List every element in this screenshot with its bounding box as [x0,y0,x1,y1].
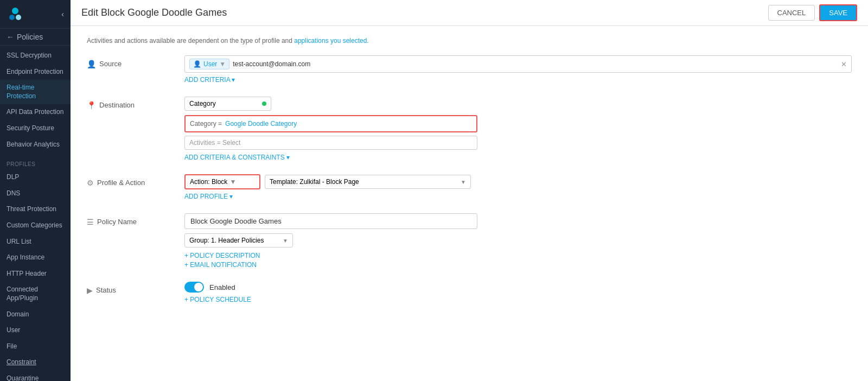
sidebar-item-dlp[interactable]: DLP [0,169,71,186]
group-dropdown[interactable]: Group: 1. Header Policies ▼ [184,233,293,247]
profile-action-section: ⚙ Profile & Action Action: Block ▼ Templ… [87,174,852,200]
profiles-section: PROFILES DLP DNS Threat Protection Custo… [0,155,71,381]
destination-content: Category Category = Google Doodle Catego… [184,97,852,161]
group-arrow-icon: ▼ [283,238,288,244]
add-profile-label: ADD PROFILE ▾ [184,193,233,200]
page-title: Edit Block Google Doodle Games [81,7,227,18]
save-button[interactable]: SAVE [819,4,857,21]
action-dropdown[interactable]: Action: Block ▼ [184,174,260,189]
sidebar-item-custom-categories[interactable]: Custom Categories [0,218,71,234]
activities-placeholder: Activities = Select [189,139,240,147]
policy-name-label: ☰ Policy Name [87,213,184,269]
policy-links: + POLICY DESCRIPTION + EMAIL NOTIFICATIO… [184,252,852,269]
sidebar-item-user[interactable]: User [0,322,71,339]
status-content: Enabled + POLICY SCHEDULE [184,282,852,303]
sidebar-item-connected-app-plugin[interactable]: Connected App/Plugin [0,282,71,306]
add-criteria-constraints-label: ADD CRITERIA & CONSTRAINTS ▾ [184,154,290,161]
source-field[interactable]: 👤 User ▼ test-account@domain.com ✕ [184,55,852,73]
source-text: Source [99,60,122,68]
back-label: Policies [17,33,43,41]
policy-name-text: Policy Name [97,218,137,226]
sidebar-item-file[interactable]: File [0,339,71,355]
topbar-actions: CANCEL SAVE [768,4,857,21]
profile-action-icon: ⚙ [87,179,94,187]
status-text: Status [96,286,116,294]
source-section: 👤 Source 👤 User ▼ test-account@domain.co… [87,55,852,84]
profile-action-content: Action: Block ▼ Template: Zulkifal - Blo… [184,174,852,200]
category-row[interactable]: Category = Google Doodle Category [184,115,477,132]
policy-name-section: ☰ Policy Name Group: 1. Header Policies … [87,213,852,269]
status-section: ▶ Status Enabled + POLICY SCHEDULE [87,282,852,303]
sidebar-item-dns[interactable]: DNS [0,186,71,202]
group-value: Group: 1. Header Policies [189,237,264,244]
sidebar-item-ssl-decryption[interactable]: SSL Decryption [0,48,71,64]
svg-point-0 [12,8,18,14]
back-icon: ← [7,33,14,41]
template-label: Template: Zulkifal - Block Page [270,178,359,186]
add-profile-button[interactable]: ADD PROFILE ▾ [184,193,233,200]
green-dot [262,101,266,106]
category-dropdown[interactable]: Category [184,97,271,111]
policy-name-content: Group: 1. Header Policies ▼ + POLICY DES… [184,213,852,269]
policies-nav: SSL Decryption Endpoint Protection Real-… [0,46,71,155]
sidebar-item-http-header[interactable]: HTTP Header [0,266,71,282]
status-toggle[interactable] [184,282,204,293]
email-notification-link[interactable]: + EMAIL NOTIFICATION [184,261,852,269]
source-close-icon[interactable]: ✕ [841,60,847,68]
sidebar-item-domain[interactable]: Domain [0,307,71,323]
source-icon: 👤 [87,60,96,68]
status-row: Enabled [184,282,852,293]
user-value: test-account@domain.com [233,60,310,68]
sidebar-item-app-instance[interactable]: App Instance [0,250,71,266]
profile-action-row: Action: Block ▼ Template: Zulkifal - Blo… [184,174,852,189]
toggle-knob [194,283,203,291]
svg-point-2 [16,15,21,20]
source-label: 👤 Source [87,55,184,84]
sidebar: ‹ ← Policies SSL Decryption Endpoint Pro… [0,0,71,381]
policy-description-link[interactable]: + POLICY DESCRIPTION [184,252,852,259]
profile-action-text: Profile & Action [97,179,145,187]
topbar: Edit Block Google Doodle Games CANCEL SA… [71,0,868,26]
main-area: Edit Block Google Doodle Games CANCEL SA… [71,0,868,381]
add-criteria-button[interactable]: ADD CRITERIA ▾ [184,76,235,84]
form-content: Activities and actions available are dep… [71,26,868,381]
sidebar-item-constraint[interactable]: Constraint [0,354,71,371]
applications-link[interactable]: applications you selected. [294,37,368,45]
add-criteria-label: ADD CRITERIA ▾ [184,76,235,84]
action-label: Action: Block [190,178,227,186]
sidebar-item-quarantine[interactable]: Quarantine [0,371,71,381]
template-dropdown[interactable]: Template: Zulkifal - Block Page ▼ [265,175,471,189]
policy-schedule-link[interactable]: + POLICY SCHEDULE [184,296,852,303]
destination-text: Destination [99,101,135,109]
destination-section: 📍 Destination Category Category = Google… [87,97,852,161]
add-criteria-constraints-button[interactable]: ADD CRITERIA & CONSTRAINTS ▾ [184,154,290,161]
destination-icon: 📍 [87,101,96,110]
sidebar-item-api-data-protection[interactable]: API Data Protection [0,104,71,120]
status-enabled-label: Enabled [209,283,235,291]
cancel-button[interactable]: CANCEL [768,5,815,21]
policy-name-icon: ☰ [87,218,94,226]
info-text: Activities and actions available are dep… [87,37,852,45]
category-value: Google Doodle Category [225,120,297,128]
sidebar-item-url-list[interactable]: URL List [0,234,71,250]
category-tag-label: Category = [190,120,222,128]
category-select-label: Category [189,100,216,107]
sidebar-back-button[interactable]: ← Policies [0,29,71,46]
logo-icon [7,5,24,23]
user-tag-text: User [203,60,217,68]
sidebar-item-endpoint-protection[interactable]: Endpoint Protection [0,64,71,80]
action-chevron-icon: ▼ [229,178,236,186]
status-icon: ▶ [87,286,93,295]
sidebar-item-threat-protection[interactable]: Threat Protection [0,201,71,218]
sidebar-item-behavior-analytics[interactable]: Behavior Analytics [0,137,71,153]
user-tag-label: 👤 [193,60,201,68]
sidebar-item-real-time-protection[interactable]: Real-time Protection [0,80,71,104]
template-arrow-icon: ▼ [461,179,466,185]
profile-action-label: ⚙ Profile & Action [87,174,184,200]
policy-name-input[interactable] [184,213,477,229]
user-tag: 👤 User ▼ [189,59,229,69]
sidebar-item-security-posture[interactable]: Security Posture [0,120,71,137]
activities-row[interactable]: Activities = Select [184,136,477,150]
source-content: 👤 User ▼ test-account@domain.com ✕ ADD C… [184,55,852,84]
collapse-button[interactable]: ‹ [61,10,64,18]
